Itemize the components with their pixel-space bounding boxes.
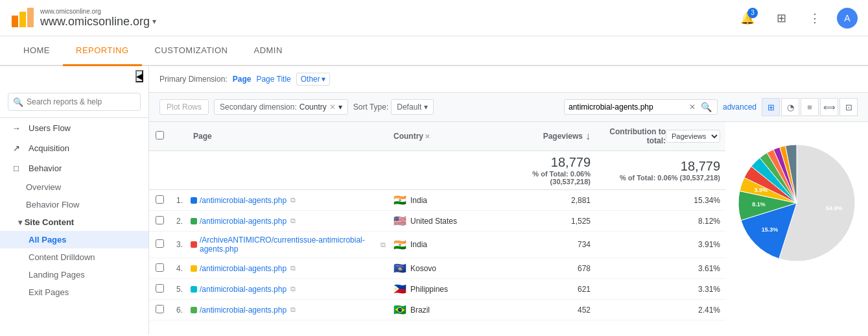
- sidebar-item-label: Overview: [26, 182, 61, 192]
- primary-dim-page[interactable]: Page: [233, 75, 252, 84]
- secondary-dim-close-icon[interactable]: ✕: [329, 102, 336, 112]
- country-flag: 🇧🇷: [393, 304, 406, 316]
- row-number: 6.: [169, 306, 188, 315]
- country-filter-icon[interactable]: ✕: [425, 133, 430, 140]
- sidebar-item-overview[interactable]: Overview: [0, 178, 148, 196]
- page-color-indicator: [191, 286, 197, 293]
- primary-dimension-bar: Primary Dimension: Page Page Title Other…: [149, 66, 868, 93]
- row-pageviews: 452: [492, 306, 596, 315]
- row-checkbox[interactable]: [156, 263, 164, 272]
- main-content: Primary Dimension: Page Page Title Other…: [149, 66, 868, 335]
- plot-rows-button[interactable]: Plot Rows: [159, 99, 209, 115]
- primary-dim-label: Primary Dimension:: [159, 75, 228, 84]
- primary-dim-other[interactable]: Other ▾: [296, 73, 330, 86]
- page-color-indicator: [191, 241, 197, 248]
- view-pie-button[interactable]: ◔: [781, 98, 799, 116]
- row-country: 🇮🇳 India: [388, 194, 492, 206]
- sidebar-item-behavior[interactable]: □ Behavior: [0, 158, 148, 178]
- pie-label: 8.1%: [752, 201, 766, 208]
- sidebar-item-label: Acquisition: [29, 143, 69, 153]
- sidebar-item-users-flow[interactable]: → Users Flow: [0, 118, 148, 138]
- copy-icon[interactable]: ⧉: [290, 285, 296, 293]
- row-checkbox[interactable]: [156, 195, 164, 204]
- sidebar-item-site-content[interactable]: ▾ Site Content: [0, 213, 148, 231]
- tab-home[interactable]: HOME: [10, 36, 63, 66]
- copy-icon[interactable]: ⧉: [290, 264, 296, 272]
- contribution-metric-select[interactable]: Pageviews: [666, 130, 720, 143]
- pie-chart: 54.9%15.3%8.1%3.9%: [735, 141, 858, 265]
- sidebar-item-all-pages[interactable]: All Pages: [0, 231, 148, 248]
- view-custom-button[interactable]: ⊡: [839, 98, 858, 116]
- row-page: /antimicrobial-agents.php ⧉: [188, 264, 388, 273]
- row-checkbox[interactable]: [156, 284, 164, 293]
- pie-label: 15.3%: [762, 226, 779, 233]
- col-header-pageviews[interactable]: Pageviews ↓: [492, 130, 596, 142]
- users-flow-icon: →: [10, 123, 22, 133]
- sidebar-item-label: Behavior Flow: [26, 200, 79, 210]
- sidebar-item-behavior-flow[interactable]: Behavior Flow: [0, 196, 148, 213]
- page-link[interactable]: /antimicrobial-agents.php: [200, 264, 287, 273]
- avatar-button[interactable]: A: [837, 8, 858, 29]
- view-list-button[interactable]: ≡: [801, 98, 819, 116]
- advanced-link[interactable]: advanced: [723, 102, 757, 112]
- search-button[interactable]: 🔍: [699, 102, 713, 112]
- sidebar-item-exit-pages[interactable]: Exit Pages: [0, 283, 148, 301]
- site-name[interactable]: www.omicsonline.org ▾: [40, 15, 156, 29]
- sidebar-item-content-drilldown[interactable]: Content Drilldown: [0, 248, 148, 266]
- page-link[interactable]: /antimicrobial-agents.php: [200, 217, 287, 226]
- sidebar-search-wrap: 🔍: [8, 93, 141, 111]
- row-checkbox[interactable]: [156, 216, 164, 224]
- pie-label: 54.9%: [826, 205, 843, 211]
- row-contribution: 3.91%: [596, 240, 725, 249]
- sidebar-item-label: Content Drilldown: [29, 252, 95, 262]
- page-link[interactable]: /antimicrobial-agents.php: [200, 285, 287, 294]
- table-row: 1. /antimicrobial-agents.php ⧉ 🇮🇳 India …: [149, 190, 725, 211]
- row-contribution: 8.12%: [596, 217, 725, 226]
- col-header-contribution: Contribution to total: Pageviews: [596, 127, 725, 145]
- table-row: 6. /antimicrobial-agents.php ⧉ 🇧🇷 Brazil…: [149, 300, 725, 320]
- table-row: 5. /antimicrobial-agents.php ⧉ 🇵🇭 Philip…: [149, 279, 725, 300]
- copy-icon[interactable]: ⧉: [290, 306, 296, 314]
- clear-search-button[interactable]: ✕: [688, 102, 697, 112]
- search-box: ✕ 🔍: [564, 99, 718, 115]
- row-page: /antimicrobial-agents.php ⧉: [188, 196, 388, 205]
- table-row: 2. /antimicrobial-agents.php ⧉ 🇺🇸 United…: [149, 211, 725, 232]
- page-link[interactable]: /antimicrobial-agents.php: [200, 306, 287, 315]
- apps-button[interactable]: ⊞: [769, 6, 793, 30]
- page-color-indicator: [191, 218, 197, 224]
- tab-reporting[interactable]: REPORTING: [63, 36, 142, 66]
- topbar-icons: 🔔 3 ⊞ ⋮ A: [736, 6, 858, 30]
- acquisition-icon: ↗: [10, 143, 22, 153]
- row-checkbox[interactable]: [156, 305, 164, 313]
- sort-select[interactable]: Default ▾: [391, 99, 433, 115]
- select-all-checkbox[interactable]: [156, 131, 164, 139]
- toolbar: Plot Rows Secondary dimension: Country ✕…: [149, 93, 868, 122]
- copy-icon[interactable]: ⧉: [290, 196, 296, 204]
- page-link[interactable]: /ArchiveANTIMICRO/currentissue-antimicro…: [200, 235, 377, 254]
- more-options-button[interactable]: ⋮: [803, 6, 827, 30]
- tab-customization[interactable]: CUSTOMIZATION: [142, 36, 241, 66]
- domain-text: www.omicsonline.org: [40, 8, 156, 15]
- view-comparison-button[interactable]: ⟺: [820, 98, 838, 116]
- view-grid-button[interactable]: ⊞: [762, 98, 780, 116]
- sidebar-item-landing-pages[interactable]: Landing Pages: [0, 266, 148, 283]
- row-checkbox[interactable]: [156, 239, 164, 248]
- svg-rect-2: [27, 8, 34, 27]
- page-link[interactable]: /antimicrobial-agents.php: [200, 196, 287, 205]
- sort-down-icon[interactable]: ↓: [585, 130, 591, 142]
- row-page: /antimicrobial-agents.php ⧉: [188, 306, 388, 315]
- filter-input[interactable]: [569, 102, 685, 112]
- tab-admin[interactable]: ADMIN: [240, 36, 295, 66]
- sidebar-collapse-button[interactable]: ◀: [135, 70, 143, 82]
- secondary-dimension-select[interactable]: Secondary dimension: Country ✕ ▾: [214, 99, 348, 115]
- notification-badge: 3: [747, 8, 758, 18]
- sidebar-item-acquisition[interactable]: ↗ Acquisition: [0, 138, 148, 158]
- country-flag: 🇺🇸: [393, 215, 406, 227]
- copy-icon[interactable]: ⧉: [290, 217, 296, 225]
- topbar: www.omicsonline.org www.omicsonline.org …: [0, 0, 868, 36]
- notifications-button[interactable]: 🔔 3: [736, 6, 759, 30]
- sidebar-search-icon: 🔍: [13, 97, 23, 107]
- primary-dim-page-title[interactable]: Page Title: [256, 75, 290, 84]
- search-input[interactable]: [8, 93, 141, 111]
- copy-icon[interactable]: ⧉: [381, 241, 386, 249]
